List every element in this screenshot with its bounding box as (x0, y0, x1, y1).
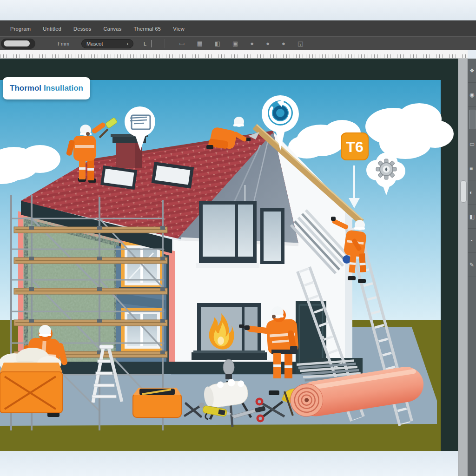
mode-label: L (144, 41, 146, 46)
grid-tool-icon[interactable]: ▦ (197, 40, 202, 47)
scrollbar-thumb[interactable] (460, 180, 467, 203)
menu-item-untitled[interactable]: Untitled (43, 26, 61, 32)
panel-cell[interactable]: ❖ (468, 59, 476, 83)
title-card-word2: Insullation (44, 84, 83, 93)
layers-panel-icon[interactable]: ≡ (469, 165, 473, 172)
horizontal-ruler (0, 50, 468, 59)
wool-crate (0, 348, 62, 413)
toolbox (133, 388, 181, 417)
artwork-right-band (441, 59, 458, 451)
preset-dropdown[interactable]: Mascot › (81, 39, 133, 48)
brush-panel-icon[interactable]: ❖ (469, 67, 475, 74)
vertical-scrollbar[interactable] (458, 59, 468, 476)
text-tool-icon[interactable]: ▣ (232, 40, 238, 47)
chevron-right-icon: › (126, 41, 128, 46)
eye-panel-icon[interactable]: ◉ (469, 92, 474, 98)
panel-cell[interactable]: ◐ (468, 180, 476, 205)
insulated-wall-window-lower (121, 308, 164, 352)
shape-tool-icon[interactable]: ◧ (215, 40, 220, 47)
menu-bar: Program Untitled Dessos Canvas Thermal 6… (0, 20, 476, 36)
options-separator (165, 39, 165, 48)
menu-item-view[interactable]: View (173, 26, 185, 32)
t6-label-badge[interactable]: T6 (341, 133, 368, 160)
panel-cell[interactable]: ≡ (468, 156, 476, 180)
layers-tool-icon[interactable]: ◱ (298, 40, 303, 47)
upper-window-side (260, 208, 284, 264)
menu-item-thermal[interactable]: Thermal 65 (134, 26, 161, 32)
circle-tool-1-icon[interactable]: ● (250, 40, 254, 47)
swatch-panel-icon[interactable]: ▭ (469, 141, 475, 147)
title-card-word1: Thormol (10, 84, 41, 93)
adjust-panel-icon[interactable]: ◐ (469, 189, 473, 196)
circle-tool-2-icon[interactable]: ● (266, 40, 270, 47)
history-panel-icon[interactable]: ◔ (469, 238, 473, 244)
pen-panel-icon[interactable]: ✎ (469, 262, 474, 268)
panel-cell[interactable]: ◉ (468, 83, 476, 107)
panel-cell[interactable]: ◧ (468, 205, 476, 229)
panel-cell[interactable]: ◔ (468, 229, 476, 253)
right-tool-panel: ❖ ◉ ▭ ≡ ◐ ◧ ◔ ✎ (468, 59, 476, 476)
illustration-canvas: T6 (0, 59, 458, 451)
preset-label: Fmm (58, 41, 69, 46)
cursor-divider (151, 40, 152, 47)
menu-item-dessos[interactable]: Dessos (73, 26, 91, 32)
circle-tool-3-icon[interactable]: ● (282, 40, 285, 47)
active-tool-pill[interactable] (1, 39, 35, 49)
menu-item-program[interactable]: Program (10, 26, 31, 32)
t6-badge-text: T6 (346, 139, 363, 155)
menu-item-canvas[interactable]: Canvas (103, 26, 121, 32)
window-top-margin (0, 0, 476, 20)
mask-panel-icon[interactable]: ◧ (469, 213, 475, 220)
canvas-bottom-margin (0, 451, 458, 476)
panel-cell[interactable]: ▭ (468, 132, 476, 156)
title-card: Thormol Insullation (3, 77, 90, 99)
tool-pill-slider (4, 40, 30, 46)
panel-swatch-slot[interactable] (469, 110, 476, 129)
options-bar: Fmm Mascot › L ▭ ▦ ◧ ▣ ● ● ● ◱ (0, 36, 476, 50)
frame-tool-icon[interactable]: ▭ (179, 40, 185, 47)
panel-cell[interactable]: ✎ (468, 253, 476, 277)
upper-window-main (196, 201, 259, 268)
preset-dropdown-value: Mascot (86, 41, 103, 46)
